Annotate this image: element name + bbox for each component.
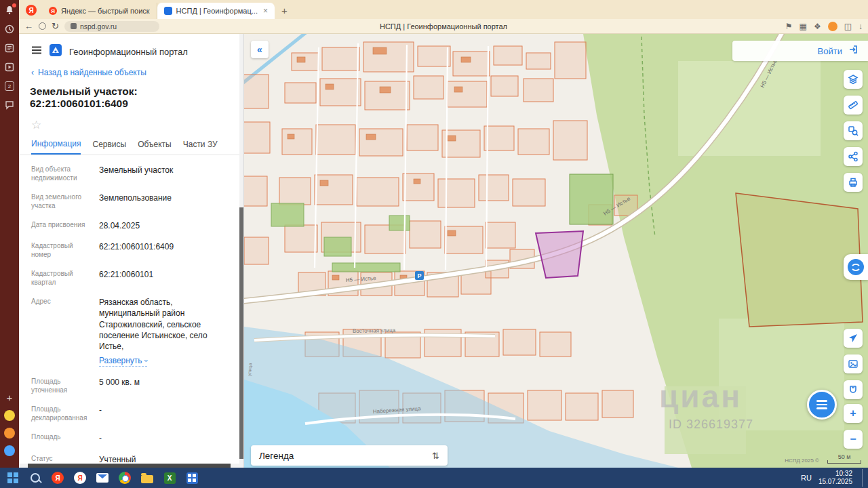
legend-toggle-icon[interactable]: ⇅ [432, 451, 439, 461]
tab-parcel-parts[interactable]: Части ЗУ [183, 140, 218, 154]
tab-close-icon[interactable]: × [263, 6, 268, 16]
field-row-address: Адрес Рязанская область, муниципальный р… [31, 297, 229, 367]
favorite-star-icon[interactable]: ☆ [31, 119, 41, 131]
collapse-panel-button[interactable]: « [251, 41, 269, 58]
tab-services[interactable]: Сервисы [92, 140, 126, 154]
field-row: Кадастровый номер62:21:0060101:6409 [31, 241, 229, 259]
locate-icon[interactable] [844, 329, 863, 348]
street-label: Восточная улица [353, 327, 396, 334]
sticker-blue-icon[interactable] [4, 445, 15, 456]
attribute-list: Вид объекта недвижимостиЗемельный участо… [19, 155, 243, 468]
add-panel-button[interactable]: + [7, 392, 13, 403]
panel-vertical-scrollbar[interactable] [239, 34, 243, 468]
map-credits: НСПД 2025 © 50 м [785, 453, 861, 464]
url-text: nspd.gov.ru [80, 22, 117, 30]
bookmarks-panel-icon[interactable] [4, 43, 15, 54]
svg-text:Р: Р [417, 272, 421, 279]
tab-information[interactable]: Информация [31, 139, 81, 155]
app-grid-icon[interactable] [184, 470, 200, 486]
scale-bar: 50 м [827, 453, 861, 464]
back-button[interactable]: ← [24, 22, 33, 30]
taskbar: Я Я X RU 10:32 15.07.2025 [0, 468, 868, 488]
tab-objects[interactable]: Объекты [138, 140, 172, 154]
portal-title: Геоинформационный портал [69, 47, 188, 57]
login-button[interactable]: Войти [818, 46, 842, 56]
field-row: Кадастровый квартал62:21:0060101 [31, 269, 229, 287]
language-indicator[interactable]: RU [801, 474, 812, 482]
yandex-browser-icon[interactable]: Я [50, 470, 66, 486]
address-value: Рязанская область, муниципальный район С… [99, 298, 208, 351]
video-panel-icon[interactable] [4, 62, 15, 73]
map-tools-rail [844, 70, 863, 192]
spreadsheet-icon[interactable]: X [161, 470, 178, 486]
field-row: Площадь уточненная5 000 кв. м [31, 377, 229, 394]
file-explorer-icon[interactable] [139, 470, 155, 486]
print-icon[interactable] [844, 173, 863, 192]
map-tools-rail-2 [844, 329, 863, 399]
protect-icon[interactable] [39, 22, 46, 30]
share-icon[interactable] [844, 147, 863, 166]
field-row: Вид объекта недвижимостиЗемельный участо… [31, 165, 229, 182]
panel-tabs: Информация Сервисы Объекты Части ЗУ Сост… [19, 135, 243, 155]
tab-title: НСПД | Геоинформац... [176, 7, 258, 15]
nspd-logo [49, 43, 62, 60]
new-tab-button[interactable]: + [275, 5, 294, 19]
refresh-button[interactable]: ↻ [52, 22, 59, 30]
yandex-start-icon[interactable]: Я [72, 470, 88, 486]
hamburger-menu-icon[interactable] [31, 45, 42, 58]
downloads-icon[interactable]: ↓ [859, 22, 863, 30]
tab-title: Яндекс — быстрый поиск [61, 7, 150, 15]
browser-toolbar: ← ↻ nspd.gov.ru НСПД | Геоинформационный… [19, 19, 868, 34]
login-bar: Войти [732, 41, 868, 61]
layers-icon[interactable] [844, 70, 863, 89]
start-button[interactable] [4, 469, 22, 487]
collections-icon[interactable]: ▦ [800, 22, 807, 30]
map-canvas[interactable]: Р Н5 — Истье Н5 — Истье Н5 — Истье Восто… [244, 34, 868, 468]
chat-button[interactable] [807, 390, 837, 420]
field-row: Площадь декларированная- [31, 405, 229, 422]
zoom-in-button[interactable]: + [844, 404, 863, 423]
login-arrow-icon [848, 44, 859, 58]
zoom-out-button[interactable]: − [844, 430, 863, 449]
object-info-panel: Геоинформационный портал ‹ Назад в найде… [19, 34, 244, 468]
assistant-widget-button[interactable] [844, 254, 868, 280]
legend-bar[interactable]: Легенда ⇅ [251, 445, 448, 466]
tabs-count-badge[interactable]: 2 [4, 81, 15, 92]
clock[interactable]: 10:32 15.07.2025 [818, 470, 852, 487]
extensions-icon[interactable]: ❖ [814, 22, 821, 30]
address-bar[interactable]: nspd.gov.ru [64, 21, 159, 32]
site-settings-icon[interactable] [71, 23, 77, 29]
show-desktop-button[interactable] [862, 469, 864, 487]
avatar[interactable] [828, 22, 837, 31]
expand-address-link[interactable]: Развернуть › [99, 355, 147, 367]
sticker-orange-icon[interactable] [4, 428, 15, 439]
notification-badge [12, 3, 16, 7]
yandex-menu-icon[interactable]: Я [26, 5, 37, 16]
taskbar-search-icon[interactable] [27, 470, 43, 486]
object-search-icon[interactable] [844, 121, 863, 140]
notifications-bell-icon[interactable] [4, 5, 15, 16]
bookmark-flag-icon[interactable]: ⚑ [785, 22, 793, 30]
object-title: Земельный участок: 62:21:0060101:6409 [19, 77, 243, 110]
chat-panel-icon[interactable] [4, 100, 15, 110]
chevron-left-icon: ‹ [31, 68, 34, 77]
attribution-text: НСПД 2025 © [785, 458, 819, 464]
map-container: Р Н5 — Истье Н5 — Истье Н5 — Истье Восто… [244, 34, 868, 468]
sticker-yellow-icon[interactable] [4, 410, 15, 421]
mail-icon[interactable] [94, 470, 111, 486]
chrome-icon[interactable] [117, 470, 133, 486]
nspd-favicon [164, 7, 172, 15]
browser-tab-yandex[interactable]: Я Яндекс — быстрый поиск [42, 3, 157, 19]
magnet-icon[interactable] [844, 380, 863, 399]
chevron-down-icon: › [141, 359, 151, 362]
browser-tab-nspd[interactable]: НСПД | Геоинформац... × [157, 3, 275, 19]
basemap-icon[interactable] [844, 354, 863, 373]
field-row: Вид земельного участкаЗемлепользование [31, 192, 229, 210]
side-panels-icon[interactable]: ◫ [844, 22, 852, 30]
field-row: Площадь- [31, 432, 229, 443]
scrollbar-thumb[interactable] [239, 207, 243, 459]
history-icon[interactable] [4, 24, 15, 35]
ruler-icon[interactable] [844, 96, 863, 115]
legend-label: Легенда [259, 451, 294, 461]
back-to-results-link[interactable]: ‹ Назад в найденные объекты [19, 66, 243, 77]
